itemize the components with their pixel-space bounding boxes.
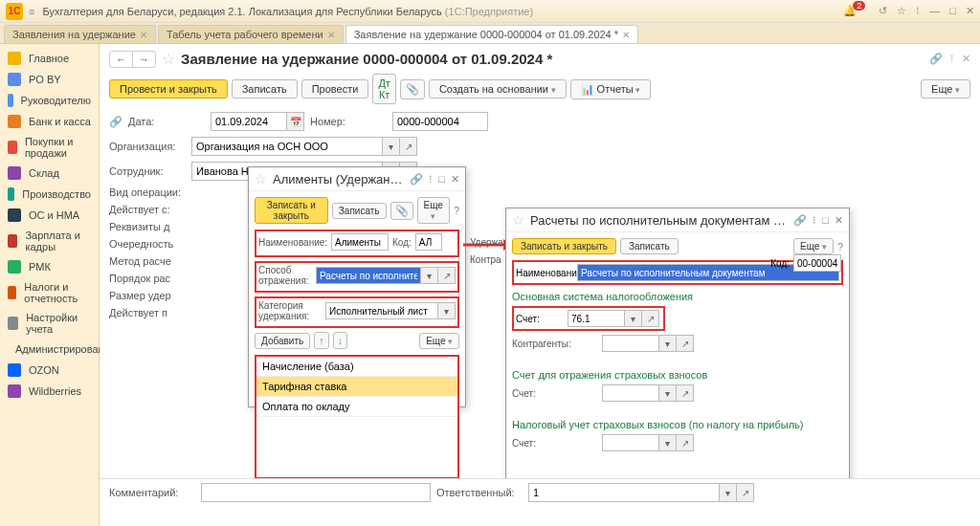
more-button[interactable]: Еще xyxy=(419,333,459,349)
dropdown-icon[interactable]: ▾ xyxy=(659,384,677,402)
link-icon[interactable]: 🔗 xyxy=(929,53,943,65)
sidebar-item[interactable]: ОС и НМА xyxy=(0,205,99,226)
dk-button[interactable]: ДтКт xyxy=(372,74,396,104)
close-icon[interactable]: ✕ xyxy=(451,173,459,186)
code-input[interactable] xyxy=(415,233,442,251)
link-icon[interactable]: 🔗 xyxy=(410,173,423,186)
tab-item[interactable]: Табель учета рабочего времени✕ xyxy=(158,25,344,43)
comment-input[interactable] xyxy=(201,483,431,502)
open-icon[interactable]: ↗ xyxy=(400,137,417,156)
reports-button[interactable]: 📊 Отчеты xyxy=(570,79,652,99)
account-input[interactable] xyxy=(568,310,625,327)
dropdown-icon[interactable]: ▾ xyxy=(659,434,677,451)
post-close-button[interactable]: Провести и закрыть xyxy=(109,79,228,99)
write-button[interactable]: Записать xyxy=(620,238,679,254)
open-icon[interactable]: ↗ xyxy=(642,310,659,327)
list-item[interactable]: Тарифная ставка xyxy=(256,377,457,397)
star-icon[interactable]: ☆ xyxy=(255,171,267,186)
nav-arrows[interactable]: ←→ xyxy=(109,51,156,68)
attach-button[interactable]: 📎 xyxy=(390,202,413,220)
notification-icon[interactable]: 🔔2 xyxy=(843,5,869,17)
sidebar-item[interactable]: РМК xyxy=(0,256,99,277)
sidebar-item[interactable]: Производство xyxy=(0,184,99,205)
write-button[interactable]: Записать xyxy=(232,79,298,99)
minimize-icon[interactable]: — xyxy=(929,5,940,17)
account2-input[interactable] xyxy=(602,384,659,402)
org-input[interactable] xyxy=(191,137,383,156)
sidebar-item[interactable]: Главное xyxy=(0,48,99,69)
help-icon[interactable]: ? xyxy=(837,241,843,252)
open-icon[interactable]: ↗ xyxy=(677,384,694,402)
menu-icon[interactable]: ≡ xyxy=(29,6,34,17)
dropdown-icon[interactable]: ▾ xyxy=(438,302,456,319)
sidebar-item[interactable]: Администрирование xyxy=(0,339,99,360)
dropdown-icon[interactable]: ▾ xyxy=(659,335,677,352)
sidebar-item[interactable]: Покупки и продажи xyxy=(0,132,99,163)
sidebar-item[interactable]: Налоги и отчетность xyxy=(0,277,99,308)
account3-input[interactable] xyxy=(602,434,659,451)
tab-close-icon[interactable]: ✕ xyxy=(140,30,147,40)
dropdown-icon[interactable]: ▾ xyxy=(383,137,400,156)
settings-icon[interactable]: ⁝ xyxy=(916,5,920,17)
link-icon[interactable]: 🔗 xyxy=(793,214,807,227)
close-icon[interactable]: ✕ xyxy=(966,5,974,17)
reflection-input[interactable] xyxy=(316,267,421,284)
attach-button[interactable]: 📎 xyxy=(400,79,425,99)
sidebar-item[interactable]: OZON xyxy=(0,360,99,381)
open-icon[interactable]: ↗ xyxy=(438,267,456,284)
up-icon[interactable]: ↑ xyxy=(314,332,329,349)
maximize-icon[interactable]: □ xyxy=(438,173,445,186)
date-input[interactable] xyxy=(211,112,287,131)
category-input[interactable] xyxy=(325,302,438,319)
favorites-icon[interactable]: ☆ xyxy=(897,5,906,17)
link-small-icon[interactable]: 🔗 xyxy=(109,116,122,128)
number-input[interactable] xyxy=(392,112,488,131)
contractor-input[interactable] xyxy=(602,335,659,352)
base-list[interactable]: Начисление (база) Тарифная ставка Оплата… xyxy=(255,355,459,479)
post-button[interactable]: Провести xyxy=(301,79,369,99)
sidebar-item[interactable]: Склад xyxy=(0,163,99,184)
more-icon[interactable]: ⁝ xyxy=(429,173,433,186)
write-close-button[interactable]: Записать и закрыть xyxy=(512,238,616,254)
write-button[interactable]: Записать xyxy=(332,203,387,219)
code-input[interactable] xyxy=(793,254,841,272)
list-item[interactable]: Начисление (база) xyxy=(256,357,457,377)
sidebar-item[interactable]: Руководителю xyxy=(0,90,99,111)
sidebar-item[interactable]: Банк и касса xyxy=(0,111,99,132)
sidebar-item[interactable]: PO BY xyxy=(0,69,99,90)
history-icon[interactable]: ↺ xyxy=(879,5,887,17)
open-icon[interactable]: ↗ xyxy=(677,434,694,451)
star-icon[interactable]: ☆ xyxy=(162,50,175,68)
tab-close-icon[interactable]: ✕ xyxy=(327,30,335,40)
more-icon[interactable]: ⁝ xyxy=(813,214,816,227)
sidebar-item[interactable]: Зарплата и кадры xyxy=(0,226,99,256)
tab-item[interactable]: Заявление на удержание 0000-000004 от 01… xyxy=(345,25,638,43)
dropdown-icon[interactable]: ▾ xyxy=(720,483,737,502)
calendar-icon[interactable]: 📅 xyxy=(287,112,304,131)
list-item[interactable]: Оплата по окладу xyxy=(256,397,457,417)
more-button[interactable]: Еще xyxy=(793,238,834,254)
tab-item[interactable]: Заявления на удержание✕ xyxy=(4,25,156,43)
responsible-input[interactable] xyxy=(528,483,720,502)
dropdown-icon[interactable]: ▾ xyxy=(625,310,642,327)
maximize-icon[interactable]: □ xyxy=(949,5,956,17)
name-input[interactable] xyxy=(331,233,389,251)
tab-close-icon[interactable]: ✕ xyxy=(622,30,630,40)
write-close-button[interactable]: Записать и закрыть xyxy=(255,197,328,224)
dropdown-icon[interactable]: ▾ xyxy=(421,267,438,284)
more-button[interactable]: Еще xyxy=(921,79,970,99)
close-icon[interactable]: ✕ xyxy=(835,214,843,227)
add-button[interactable]: Добавить xyxy=(255,333,310,349)
down-icon[interactable]: ↓ xyxy=(333,332,348,349)
open-icon[interactable]: ↗ xyxy=(737,483,754,502)
close-doc-icon[interactable]: ✕ xyxy=(962,53,970,65)
sidebar-item[interactable]: Wildberries xyxy=(0,381,99,402)
help-icon[interactable]: ? xyxy=(454,205,459,216)
star-icon[interactable]: ☆ xyxy=(512,212,524,228)
maximize-icon[interactable]: □ xyxy=(822,214,829,227)
more-button[interactable]: Еще xyxy=(417,197,450,224)
open-icon[interactable]: ↗ xyxy=(677,335,694,352)
create-based-button[interactable]: Создать на основании xyxy=(429,79,567,99)
sidebar-item[interactable]: Настройки учета xyxy=(0,308,99,339)
more-icon[interactable]: ⁝ xyxy=(950,53,954,65)
